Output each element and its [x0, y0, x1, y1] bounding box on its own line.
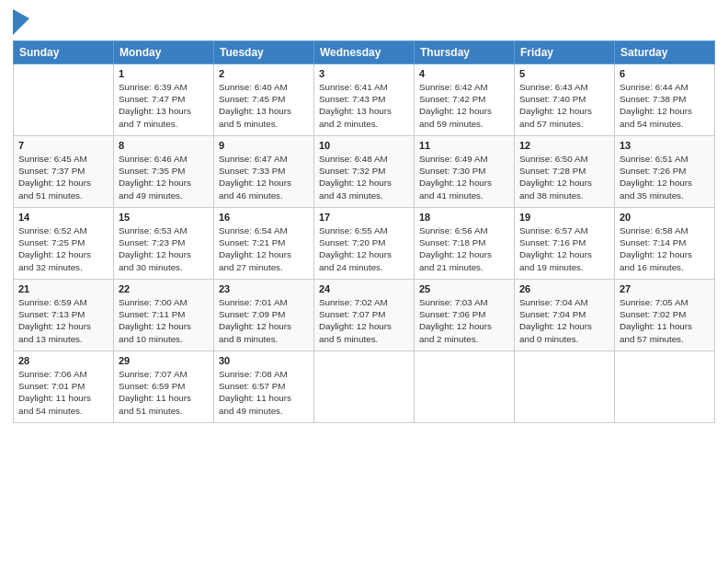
calendar-cell: 22Sunrise: 7:00 AM Sunset: 7:11 PM Dayli…	[114, 280, 214, 351]
day-number: 15	[119, 212, 209, 223]
day-info: Sunrise: 6:54 AM Sunset: 7:21 PM Dayligh…	[219, 224, 309, 273]
day-number: 10	[319, 140, 409, 151]
calendar-cell: 5Sunrise: 6:43 AM Sunset: 7:40 PM Daylig…	[515, 64, 615, 136]
calendar-cell: 11Sunrise: 6:49 AM Sunset: 7:30 PM Dayli…	[415, 136, 515, 208]
calendar-week-3: 14Sunrise: 6:52 AM Sunset: 7:25 PM Dayli…	[14, 208, 715, 280]
calendar-cell: 2Sunrise: 6:40 AM Sunset: 7:45 PM Daylig…	[214, 64, 314, 136]
calendar-cell: 28Sunrise: 7:06 AM Sunset: 7:01 PM Dayli…	[14, 351, 114, 423]
day-number: 27	[620, 283, 710, 294]
calendar-week-4: 21Sunrise: 6:59 AM Sunset: 7:13 PM Dayli…	[14, 280, 715, 351]
day-number: 4	[419, 68, 509, 79]
calendar-cell: 20Sunrise: 6:58 AM Sunset: 7:14 PM Dayli…	[615, 208, 715, 280]
day-number: 14	[18, 212, 108, 223]
day-number: 28	[18, 355, 108, 366]
calendar-cell: 25Sunrise: 7:03 AM Sunset: 7:06 PM Dayli…	[415, 280, 515, 351]
day-info: Sunrise: 6:52 AM Sunset: 7:25 PM Dayligh…	[18, 224, 108, 273]
day-number: 8	[119, 140, 209, 151]
day-info: Sunrise: 6:42 AM Sunset: 7:42 PM Dayligh…	[419, 81, 509, 130]
calendar-header-row: SundayMondayTuesdayWednesdayThursdayFrid…	[14, 41, 715, 64]
day-info: Sunrise: 6:51 AM Sunset: 7:26 PM Dayligh…	[620, 153, 710, 201]
day-info: Sunrise: 6:59 AM Sunset: 7:13 PM Dayligh…	[18, 296, 108, 345]
header-sunday: Sunday	[14, 41, 114, 64]
header-thursday: Thursday	[415, 41, 515, 64]
header-tuesday: Tuesday	[214, 41, 314, 64]
calendar-cell: 8Sunrise: 6:46 AM Sunset: 7:35 PM Daylig…	[114, 136, 214, 208]
day-number: 30	[219, 355, 309, 366]
day-info: Sunrise: 7:00 AM Sunset: 7:11 PM Dayligh…	[119, 296, 209, 345]
day-number: 6	[620, 68, 710, 79]
calendar-cell: 13Sunrise: 6:51 AM Sunset: 7:26 PM Dayli…	[615, 136, 715, 208]
day-number: 7	[18, 140, 108, 151]
day-info: Sunrise: 7:06 AM Sunset: 7:01 PM Dayligh…	[18, 368, 108, 417]
day-number: 19	[519, 212, 609, 223]
day-number: 1	[119, 68, 209, 79]
day-info: Sunrise: 6:58 AM Sunset: 7:14 PM Dayligh…	[620, 224, 710, 273]
day-info: Sunrise: 6:43 AM Sunset: 7:40 PM Dayligh…	[519, 81, 609, 130]
day-number: 9	[219, 140, 309, 151]
calendar-cell	[14, 64, 114, 136]
day-info: Sunrise: 6:40 AM Sunset: 7:45 PM Dayligh…	[219, 81, 309, 130]
day-info: Sunrise: 6:53 AM Sunset: 7:23 PM Dayligh…	[119, 224, 209, 273]
day-info: Sunrise: 6:55 AM Sunset: 7:20 PM Dayligh…	[319, 224, 409, 273]
day-number: 25	[419, 283, 509, 294]
calendar-cell	[415, 351, 515, 423]
day-number: 21	[18, 283, 108, 294]
calendar-cell: 15Sunrise: 6:53 AM Sunset: 7:23 PM Dayli…	[114, 208, 214, 280]
day-number: 16	[219, 212, 309, 223]
calendar-cell	[615, 351, 715, 423]
day-number: 2	[219, 68, 309, 79]
day-number: 11	[419, 140, 509, 151]
calendar-cell: 4Sunrise: 6:42 AM Sunset: 7:42 PM Daylig…	[415, 64, 515, 136]
calendar-cell: 14Sunrise: 6:52 AM Sunset: 7:25 PM Dayli…	[14, 208, 114, 280]
day-number: 29	[119, 355, 209, 366]
calendar-cell: 3Sunrise: 6:41 AM Sunset: 7:43 PM Daylig…	[314, 64, 415, 136]
day-number: 23	[219, 283, 309, 294]
day-info: Sunrise: 7:02 AM Sunset: 7:07 PM Dayligh…	[319, 296, 409, 345]
calendar-cell	[314, 351, 415, 423]
calendar-cell: 10Sunrise: 6:48 AM Sunset: 7:32 PM Dayli…	[314, 136, 415, 208]
day-info: Sunrise: 6:57 AM Sunset: 7:16 PM Dayligh…	[519, 224, 609, 273]
day-info: Sunrise: 7:01 AM Sunset: 7:09 PM Dayligh…	[219, 296, 309, 345]
calendar-cell: 29Sunrise: 7:07 AM Sunset: 6:59 PM Dayli…	[114, 351, 214, 423]
calendar-cell: 30Sunrise: 7:08 AM Sunset: 6:57 PM Dayli…	[214, 351, 314, 423]
calendar-cell: 26Sunrise: 7:04 AM Sunset: 7:04 PM Dayli…	[515, 280, 615, 351]
calendar-cell: 16Sunrise: 6:54 AM Sunset: 7:21 PM Dayli…	[214, 208, 314, 280]
calendar-cell: 9Sunrise: 6:47 AM Sunset: 7:33 PM Daylig…	[214, 136, 314, 208]
day-info: Sunrise: 6:56 AM Sunset: 7:18 PM Dayligh…	[419, 224, 509, 273]
day-info: Sunrise: 7:07 AM Sunset: 6:59 PM Dayligh…	[119, 368, 209, 417]
calendar-week-2: 7Sunrise: 6:45 AM Sunset: 7:37 PM Daylig…	[14, 136, 715, 208]
calendar-cell: 6Sunrise: 6:44 AM Sunset: 7:38 PM Daylig…	[615, 64, 715, 136]
header-saturday: Saturday	[615, 41, 715, 64]
day-info: Sunrise: 6:46 AM Sunset: 7:35 PM Dayligh…	[119, 153, 209, 201]
calendar-cell: 27Sunrise: 7:05 AM Sunset: 7:02 PM Dayli…	[615, 280, 715, 351]
calendar-week-1: 1Sunrise: 6:39 AM Sunset: 7:47 PM Daylig…	[14, 64, 715, 136]
logo	[13, 9, 31, 35]
calendar-cell: 1Sunrise: 6:39 AM Sunset: 7:47 PM Daylig…	[114, 64, 214, 136]
day-number: 26	[519, 283, 609, 294]
day-number: 20	[620, 212, 710, 223]
day-info: Sunrise: 6:48 AM Sunset: 7:32 PM Dayligh…	[319, 153, 409, 201]
calendar-cell: 17Sunrise: 6:55 AM Sunset: 7:20 PM Dayli…	[314, 208, 415, 280]
day-number: 13	[620, 140, 710, 151]
calendar-cell: 23Sunrise: 7:01 AM Sunset: 7:09 PM Dayli…	[214, 280, 314, 351]
day-info: Sunrise: 6:41 AM Sunset: 7:43 PM Dayligh…	[319, 81, 409, 130]
day-number: 18	[419, 212, 509, 223]
day-info: Sunrise: 7:04 AM Sunset: 7:04 PM Dayligh…	[519, 296, 609, 345]
calendar-table: SundayMondayTuesdayWednesdayThursdayFrid…	[13, 40, 715, 423]
day-number: 24	[319, 283, 409, 294]
day-info: Sunrise: 7:05 AM Sunset: 7:02 PM Dayligh…	[620, 296, 710, 345]
calendar-cell: 21Sunrise: 6:59 AM Sunset: 7:13 PM Dayli…	[14, 280, 114, 351]
page-header	[13, 9, 715, 35]
day-info: Sunrise: 6:45 AM Sunset: 7:37 PM Dayligh…	[18, 153, 108, 201]
day-info: Sunrise: 6:44 AM Sunset: 7:38 PM Dayligh…	[620, 81, 710, 130]
calendar-cell: 19Sunrise: 6:57 AM Sunset: 7:16 PM Dayli…	[515, 208, 615, 280]
calendar-cell	[515, 351, 615, 423]
day-number: 17	[319, 212, 409, 223]
day-number: 22	[119, 283, 209, 294]
calendar-cell: 12Sunrise: 6:50 AM Sunset: 7:28 PM Dayli…	[515, 136, 615, 208]
header-monday: Monday	[114, 41, 214, 64]
calendar-cell: 7Sunrise: 6:45 AM Sunset: 7:37 PM Daylig…	[14, 136, 114, 208]
day-number: 12	[519, 140, 609, 151]
day-info: Sunrise: 6:47 AM Sunset: 7:33 PM Dayligh…	[219, 153, 309, 201]
day-number: 3	[319, 68, 409, 79]
